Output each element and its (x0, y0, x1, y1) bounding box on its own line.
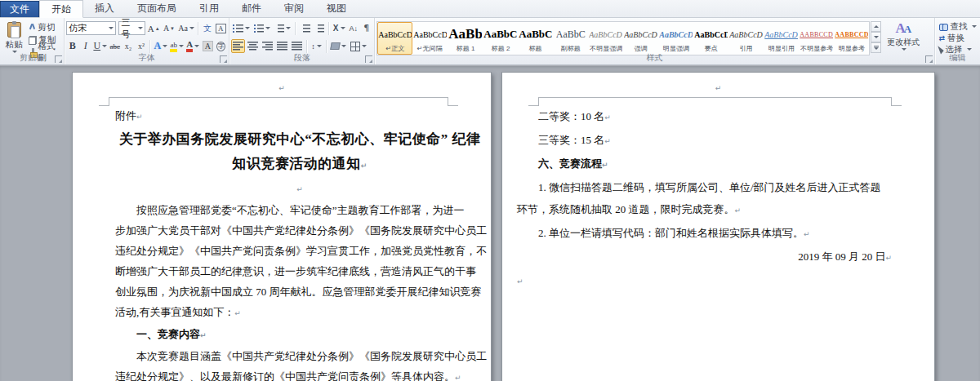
clipboard-dialog-launcher[interactable] (55, 55, 62, 63)
multilevel-list-button[interactable] (273, 21, 292, 35)
style-item-14[interactable]: AABBCCDD明显参考 (834, 22, 869, 55)
superscript-button[interactable]: x² (135, 39, 147, 53)
asian-layout-button[interactable]: X (332, 21, 346, 35)
doc-line[interactable]: ↵ (115, 178, 484, 200)
doc-line[interactable]: 违纪处分规定》、以及最新修订的《中国共产党问责条例》等具体内容。↵ (115, 366, 484, 381)
style-item-13[interactable]: AABBCCDDE不明显参考 (799, 22, 834, 55)
increase-indent-button[interactable] (313, 21, 327, 35)
shading-button[interactable] (329, 39, 348, 53)
doc-line[interactable]: 2. 单位一栏请填写代码：部门和姓名根据实际具体填写。↵ (517, 222, 913, 246)
document-page-2[interactable]: ↵ 二等奖：10 名↵三等奖：15 名↵六、竞赛流程↵1. 微信扫描答题二维码，… (501, 72, 935, 381)
style-sample: AaBbCcDd (624, 24, 657, 44)
grow-font-button[interactable]: A▲ (146, 21, 161, 35)
paragraph-dialog-launcher[interactable] (365, 55, 372, 63)
strikethrough-button[interactable]: abc (109, 39, 121, 53)
style-item-4[interactable]: AaBbC标题 2 (483, 22, 518, 55)
style-sample: AaBbCcDd (729, 24, 763, 44)
doc-line[interactable]: 二等奖：10 名↵ (517, 105, 913, 129)
align-right-button[interactable] (261, 39, 274, 53)
doc-line[interactable]: 创业氛围，为庆祝新中国成立 70 周年献礼。应急管理部党委开展纪律知识竞赛 (115, 281, 484, 302)
tab-file[interactable]: 文件 (0, 1, 39, 17)
line-spacing-button[interactable]: ↕ (310, 39, 323, 53)
style-item-6[interactable]: AaBbC副标题 (553, 22, 588, 55)
numbering-icon (254, 24, 264, 33)
doc-line[interactable]: 附件↵ (115, 105, 484, 127)
change-case-button[interactable]: Aa (177, 21, 196, 35)
text-effects-button[interactable]: A (153, 39, 168, 53)
borders-button[interactable] (349, 39, 368, 53)
doc-line[interactable]: 环节，系统随机抽取 20 道题，限时完成竞赛。↵ (517, 198, 913, 222)
find-button[interactable]: 查找 (937, 21, 978, 32)
show-hide-marks-button[interactable]: ¶ (360, 21, 372, 35)
paragraph-group-label: 段落 (229, 52, 374, 64)
paragraph-mark: ↵ (804, 230, 810, 238)
character-shading-button[interactable]: A (201, 39, 214, 53)
tab-page-layout[interactable]: 页面布局 (126, 0, 188, 17)
underline-button[interactable]: U (92, 39, 108, 53)
bold-button[interactable]: B (66, 39, 78, 53)
font-size-combobox[interactable]: 三号 (118, 21, 145, 35)
copy-icon (29, 36, 37, 45)
doc-line[interactable]: 知识竞赛活动的通知↵ (115, 152, 484, 178)
doc-line[interactable]: 关于举办国务院发展研究中心“不忘初心、牢记使命” 纪律 (115, 127, 484, 152)
tab-mailings[interactable]: 邮件 (230, 0, 273, 17)
style-item-8[interactable]: AaBbCcDd强调 (623, 22, 658, 55)
align-center-icon (247, 42, 258, 51)
change-styles-button[interactable]: AA 更改样式 (881, 21, 925, 53)
bullets-button[interactable] (231, 21, 251, 35)
tab-review[interactable]: 审阅 (273, 0, 315, 17)
gallery-scroll-down-button[interactable] (871, 32, 881, 42)
decrease-indent-button[interactable] (298, 21, 312, 35)
font-dialog-launcher[interactable] (220, 55, 227, 63)
tab-insert[interactable]: 插入 (83, 0, 126, 17)
tab-references[interactable]: 引用 (188, 0, 230, 17)
doc-line[interactable]: 断增强广大干部员工的纪律意识，进一步筑牢纪律底线，营造清风正气的干事 (115, 261, 484, 281)
doc-line[interactable]: 按照应急管理部党委“不忘初心、牢记使命”主题教育工作部署，为进一 (115, 200, 484, 220)
paste-button[interactable]: 粘贴 (2, 20, 27, 53)
style-item-9[interactable]: AaBbCcD明显强调 (658, 22, 693, 55)
gallery-scroll-up-button[interactable] (871, 21, 881, 32)
paragraph-mark: ↵ (735, 206, 742, 215)
style-sample: AaBb (448, 24, 482, 44)
doc-line[interactable]: 六、竞赛流程↵ (517, 153, 913, 176)
document-page-1[interactable]: ↵ 附件↵关于举办国务院发展研究中心“不忘初心、牢记使命” 纪律知识竞赛活动的通… (72, 72, 492, 381)
italic-button[interactable]: I (79, 39, 91, 53)
style-item-10[interactable]: AaBbCcD要点 (693, 22, 728, 55)
styles-dialog-launcher[interactable] (925, 55, 933, 63)
doc-line[interactable]: 步加强广大党员干部对《中国共产党纪律处分条例》《国务院发展研究中心员工 (115, 220, 484, 241)
enclose-characters-button[interactable]: 字 (215, 39, 227, 53)
doc-line[interactable]: ↵ (517, 269, 913, 293)
style-item-5[interactable]: AaBbC标题 (518, 22, 553, 55)
align-center-button[interactable] (246, 39, 260, 53)
doc-line[interactable]: 活动,有关事宜通知如下：↵ (115, 302, 484, 324)
align-left-button[interactable] (231, 39, 245, 53)
style-item-11[interactable]: AaBbCcDd引用 (728, 22, 764, 55)
tab-home[interactable]: 开始 (39, 0, 83, 18)
style-item-1[interactable]: AaBbCcDd↵正文 (377, 22, 412, 55)
doc-line[interactable]: 1. 微信扫描答题二维码，填写所属公司、单位/部门及姓名后进入正式答题 (517, 176, 913, 198)
sort-button[interactable]: A↓ (347, 21, 359, 35)
style-item-12[interactable]: AaBbCcDd明显引用 (764, 22, 799, 55)
doc-line[interactable]: 本次竞赛题目涵盖《中国共产党纪律处分条例》《国务院发展研究中心员工 (115, 346, 484, 366)
highlight-color-button[interactable]: ab (169, 39, 185, 53)
distribute-button[interactable] (290, 39, 304, 53)
numbering-button[interactable] (252, 21, 272, 35)
doc-line[interactable]: 2019 年 09 月 20 日↵ (517, 246, 913, 269)
shrink-font-button[interactable]: A▼ (162, 21, 176, 35)
doc-line[interactable]: 一、竞赛内容↵ (115, 324, 484, 346)
style-item-7[interactable]: AaBbCcDd不明显强调 (588, 22, 623, 55)
font-color-button[interactable]: A (185, 39, 200, 53)
phonetic-guide-button[interactable]: 文 (201, 21, 213, 35)
style-item-2[interactable]: AaBbCcDd↵无间隔 (412, 22, 448, 55)
style-item-3[interactable]: AaBb标题 1 (448, 22, 483, 55)
character-border-button[interactable]: A (214, 21, 227, 35)
replace-button[interactable]: ⇄ 替换 (937, 33, 978, 43)
doc-line[interactable]: 违纪处分规定》《中国共产党问责条例》学习宣贯工作，加强党员党性教育，不 (115, 241, 484, 261)
styles-gallery-scroll (871, 21, 881, 53)
justify-button[interactable] (275, 39, 289, 53)
cut-button[interactable]: 剪切 (27, 22, 63, 33)
tab-view[interactable]: 视图 (315, 0, 358, 17)
font-name-combobox[interactable]: 仿宋 (66, 21, 116, 35)
doc-line[interactable]: 三等奖：15 名↵ (517, 129, 913, 153)
subscript-button[interactable]: x₂ (122, 39, 134, 53)
